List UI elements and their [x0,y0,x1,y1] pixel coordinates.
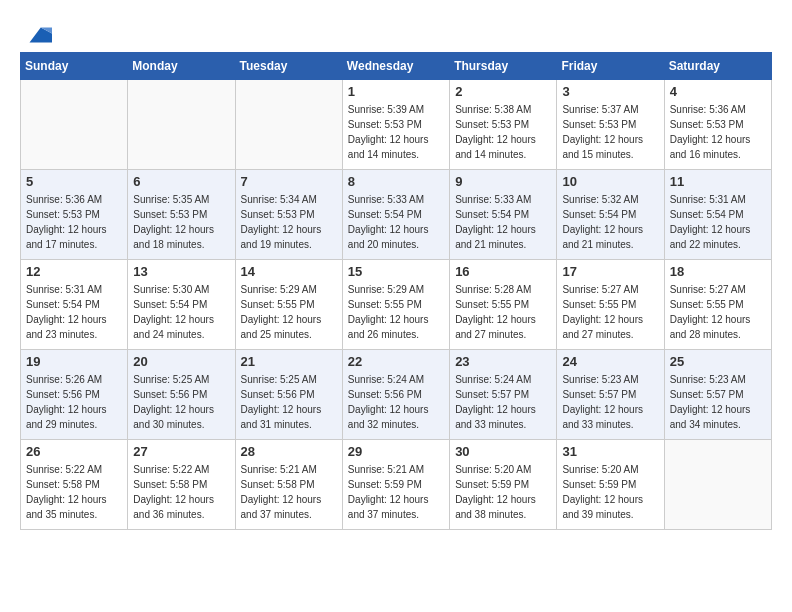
day-number: 8 [348,174,444,189]
calendar-week-1: 1Sunrise: 5:39 AMSunset: 5:53 PMDaylight… [21,80,772,170]
calendar-cell [664,440,771,530]
weekday-header-tuesday: Tuesday [235,53,342,80]
calendar-cell: 15Sunrise: 5:29 AMSunset: 5:55 PMDayligh… [342,260,449,350]
day-info: Sunrise: 5:20 AMSunset: 5:59 PMDaylight:… [562,462,658,522]
day-number: 12 [26,264,122,279]
calendar-cell: 5Sunrise: 5:36 AMSunset: 5:53 PMDaylight… [21,170,128,260]
calendar-cell: 21Sunrise: 5:25 AMSunset: 5:56 PMDayligh… [235,350,342,440]
day-info: Sunrise: 5:23 AMSunset: 5:57 PMDaylight:… [670,372,766,432]
day-number: 7 [241,174,337,189]
day-number: 17 [562,264,658,279]
calendar-cell: 14Sunrise: 5:29 AMSunset: 5:55 PMDayligh… [235,260,342,350]
calendar-cell [21,80,128,170]
calendar-cell: 18Sunrise: 5:27 AMSunset: 5:55 PMDayligh… [664,260,771,350]
day-number: 9 [455,174,551,189]
day-number: 10 [562,174,658,189]
calendar-cell: 6Sunrise: 5:35 AMSunset: 5:53 PMDaylight… [128,170,235,260]
day-number: 28 [241,444,337,459]
calendar-cell: 22Sunrise: 5:24 AMSunset: 5:56 PMDayligh… [342,350,449,440]
day-info: Sunrise: 5:21 AMSunset: 5:59 PMDaylight:… [348,462,444,522]
day-number: 3 [562,84,658,99]
logo [20,20,52,42]
calendar-cell: 12Sunrise: 5:31 AMSunset: 5:54 PMDayligh… [21,260,128,350]
calendar-cell [128,80,235,170]
day-info: Sunrise: 5:35 AMSunset: 5:53 PMDaylight:… [133,192,229,252]
calendar-cell: 27Sunrise: 5:22 AMSunset: 5:58 PMDayligh… [128,440,235,530]
day-info: Sunrise: 5:31 AMSunset: 5:54 PMDaylight:… [26,282,122,342]
day-number: 23 [455,354,551,369]
calendar-cell: 11Sunrise: 5:31 AMSunset: 5:54 PMDayligh… [664,170,771,260]
day-info: Sunrise: 5:37 AMSunset: 5:53 PMDaylight:… [562,102,658,162]
calendar-cell: 17Sunrise: 5:27 AMSunset: 5:55 PMDayligh… [557,260,664,350]
day-number: 20 [133,354,229,369]
day-info: Sunrise: 5:30 AMSunset: 5:54 PMDaylight:… [133,282,229,342]
calendar-week-4: 19Sunrise: 5:26 AMSunset: 5:56 PMDayligh… [21,350,772,440]
day-number: 2 [455,84,551,99]
day-info: Sunrise: 5:34 AMSunset: 5:53 PMDaylight:… [241,192,337,252]
calendar-cell: 4Sunrise: 5:36 AMSunset: 5:53 PMDaylight… [664,80,771,170]
day-number: 27 [133,444,229,459]
day-number: 6 [133,174,229,189]
logo-icon [22,20,52,50]
day-info: Sunrise: 5:29 AMSunset: 5:55 PMDaylight:… [241,282,337,342]
day-info: Sunrise: 5:31 AMSunset: 5:54 PMDaylight:… [670,192,766,252]
calendar-week-5: 26Sunrise: 5:22 AMSunset: 5:58 PMDayligh… [21,440,772,530]
day-info: Sunrise: 5:25 AMSunset: 5:56 PMDaylight:… [241,372,337,432]
calendar-cell: 26Sunrise: 5:22 AMSunset: 5:58 PMDayligh… [21,440,128,530]
day-info: Sunrise: 5:27 AMSunset: 5:55 PMDaylight:… [562,282,658,342]
day-number: 14 [241,264,337,279]
day-number: 29 [348,444,444,459]
day-info: Sunrise: 5:27 AMSunset: 5:55 PMDaylight:… [670,282,766,342]
day-info: Sunrise: 5:28 AMSunset: 5:55 PMDaylight:… [455,282,551,342]
calendar-body: 1Sunrise: 5:39 AMSunset: 5:53 PMDaylight… [21,80,772,530]
day-info: Sunrise: 5:22 AMSunset: 5:58 PMDaylight:… [133,462,229,522]
day-info: Sunrise: 5:33 AMSunset: 5:54 PMDaylight:… [455,192,551,252]
weekday-header-thursday: Thursday [450,53,557,80]
day-info: Sunrise: 5:22 AMSunset: 5:58 PMDaylight:… [26,462,122,522]
day-number: 21 [241,354,337,369]
calendar-cell: 19Sunrise: 5:26 AMSunset: 5:56 PMDayligh… [21,350,128,440]
day-info: Sunrise: 5:20 AMSunset: 5:59 PMDaylight:… [455,462,551,522]
day-number: 4 [670,84,766,99]
calendar-cell: 29Sunrise: 5:21 AMSunset: 5:59 PMDayligh… [342,440,449,530]
calendar-cell: 13Sunrise: 5:30 AMSunset: 5:54 PMDayligh… [128,260,235,350]
day-number: 22 [348,354,444,369]
day-number: 19 [26,354,122,369]
calendar-cell: 10Sunrise: 5:32 AMSunset: 5:54 PMDayligh… [557,170,664,260]
day-number: 11 [670,174,766,189]
day-number: 15 [348,264,444,279]
day-number: 30 [455,444,551,459]
weekday-header-monday: Monday [128,53,235,80]
calendar-cell: 7Sunrise: 5:34 AMSunset: 5:53 PMDaylight… [235,170,342,260]
calendar-table: SundayMondayTuesdayWednesdayThursdayFrid… [20,52,772,530]
day-number: 26 [26,444,122,459]
calendar-cell: 1Sunrise: 5:39 AMSunset: 5:53 PMDaylight… [342,80,449,170]
calendar-cell: 30Sunrise: 5:20 AMSunset: 5:59 PMDayligh… [450,440,557,530]
weekday-header-friday: Friday [557,53,664,80]
day-info: Sunrise: 5:32 AMSunset: 5:54 PMDaylight:… [562,192,658,252]
day-info: Sunrise: 5:39 AMSunset: 5:53 PMDaylight:… [348,102,444,162]
calendar-cell: 9Sunrise: 5:33 AMSunset: 5:54 PMDaylight… [450,170,557,260]
calendar-cell: 25Sunrise: 5:23 AMSunset: 5:57 PMDayligh… [664,350,771,440]
day-info: Sunrise: 5:24 AMSunset: 5:56 PMDaylight:… [348,372,444,432]
weekday-header-row: SundayMondayTuesdayWednesdayThursdayFrid… [21,53,772,80]
weekday-header-wednesday: Wednesday [342,53,449,80]
day-info: Sunrise: 5:29 AMSunset: 5:55 PMDaylight:… [348,282,444,342]
day-info: Sunrise: 5:21 AMSunset: 5:58 PMDaylight:… [241,462,337,522]
day-info: Sunrise: 5:24 AMSunset: 5:57 PMDaylight:… [455,372,551,432]
day-number: 25 [670,354,766,369]
calendar-week-3: 12Sunrise: 5:31 AMSunset: 5:54 PMDayligh… [21,260,772,350]
page-header [20,20,772,42]
day-info: Sunrise: 5:36 AMSunset: 5:53 PMDaylight:… [26,192,122,252]
calendar-cell: 8Sunrise: 5:33 AMSunset: 5:54 PMDaylight… [342,170,449,260]
calendar-cell: 20Sunrise: 5:25 AMSunset: 5:56 PMDayligh… [128,350,235,440]
calendar-week-2: 5Sunrise: 5:36 AMSunset: 5:53 PMDaylight… [21,170,772,260]
day-number: 31 [562,444,658,459]
weekday-header-saturday: Saturday [664,53,771,80]
calendar-cell: 28Sunrise: 5:21 AMSunset: 5:58 PMDayligh… [235,440,342,530]
day-number: 18 [670,264,766,279]
day-number: 24 [562,354,658,369]
day-number: 13 [133,264,229,279]
day-info: Sunrise: 5:38 AMSunset: 5:53 PMDaylight:… [455,102,551,162]
day-number: 1 [348,84,444,99]
